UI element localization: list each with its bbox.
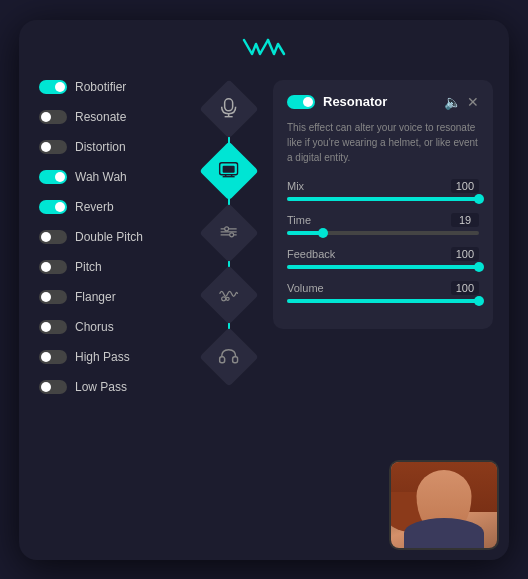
effect-label-pitch: Pitch — [75, 260, 102, 274]
pipeline — [204, 88, 254, 378]
slider-thumb-mix[interactable] — [474, 194, 484, 204]
param-header-feedback: Feedback 100 — [287, 247, 479, 261]
pipeline-segment-headphones — [208, 336, 250, 378]
slider-thumb-feedback[interactable] — [474, 262, 484, 272]
toggle-pitch[interactable] — [39, 260, 67, 274]
face-bg — [391, 462, 497, 548]
pipeline-icon-mic[interactable] — [199, 79, 258, 138]
svg-rect-0 — [225, 98, 233, 110]
param-value-mix: 100 — [451, 179, 479, 193]
param-value-feedback: 100 — [451, 247, 479, 261]
slider-track-mix[interactable] — [287, 197, 479, 201]
params-list: Mix 100 Time 19 Feedback 100 Volume 100 — [287, 179, 479, 303]
pipeline-icon-headphones[interactable] — [199, 327, 258, 386]
pipeline-icon-wave[interactable] — [199, 265, 258, 324]
effect-item-chorus[interactable]: Chorus — [39, 320, 209, 334]
param-value-volume: 100 — [451, 281, 479, 295]
effect-item-distortion[interactable]: Distortion — [39, 140, 209, 154]
effect-label-low-pass: Low Pass — [75, 380, 127, 394]
panel-icons: 🔈 ✕ — [444, 94, 479, 110]
effect-item-high-pass[interactable]: High Pass — [39, 350, 209, 364]
svg-point-10 — [225, 226, 229, 230]
param-label-volume: Volume — [287, 282, 324, 294]
effect-label-chorus: Chorus — [75, 320, 114, 334]
effect-label-distortion: Distortion — [75, 140, 126, 154]
effects-panel: Robotifier Resonate Distortion Wah Wah R… — [39, 80, 209, 540]
toggle-robotifier[interactable] — [39, 80, 67, 94]
slider-fill-volume — [287, 299, 479, 303]
param-row-feedback: Feedback 100 — [287, 247, 479, 269]
effect-label-flanger: Flanger — [75, 290, 116, 304]
svg-point-16 — [227, 297, 230, 300]
slider-thumb-volume[interactable] — [474, 296, 484, 306]
effect-label-double-pitch: Double Pitch — [75, 230, 143, 244]
slider-track-feedback[interactable] — [287, 265, 479, 269]
toggle-reverb[interactable] — [39, 200, 67, 214]
pipeline-segment-eq — [208, 212, 250, 254]
pipeline-segment-wave — [208, 274, 250, 316]
param-value-time: 19 — [451, 213, 479, 227]
app-logo — [240, 36, 288, 64]
effect-label-resonate: Resonate — [75, 110, 126, 124]
toggle-high-pass[interactable] — [39, 350, 67, 364]
effect-label-reverb: Reverb — [75, 200, 114, 214]
effect-label-wah-wah: Wah Wah — [75, 170, 127, 184]
app-container: Robotifier Resonate Distortion Wah Wah R… — [19, 20, 509, 560]
toggle-flanger[interactable] — [39, 290, 67, 304]
svg-rect-18 — [233, 356, 238, 362]
resonator-panel: Resonator 🔈 ✕ This effect can alter your… — [273, 80, 493, 329]
slider-thumb-time[interactable] — [318, 228, 328, 238]
resonator-description: This effect can alter your voice to reso… — [287, 120, 479, 165]
video-preview — [389, 460, 499, 550]
toggle-wah-wah[interactable] — [39, 170, 67, 184]
param-header-volume: Volume 100 — [287, 281, 479, 295]
effect-item-reverb[interactable]: Reverb — [39, 200, 209, 214]
toggle-low-pass[interactable] — [39, 380, 67, 394]
close-icon[interactable]: ✕ — [467, 94, 479, 110]
volume-icon[interactable]: 🔈 — [444, 94, 461, 110]
effect-item-pitch[interactable]: Pitch — [39, 260, 209, 274]
pipeline-icon-screen[interactable] — [199, 141, 258, 200]
toggle-resonate[interactable] — [39, 110, 67, 124]
pipeline-segment-screen — [208, 150, 250, 192]
param-row-time: Time 19 — [287, 213, 479, 235]
effect-label-robotifier: Robotifier — [75, 80, 126, 94]
param-label-time: Time — [287, 214, 311, 226]
slider-track-time[interactable] — [287, 231, 479, 235]
effect-item-resonate[interactable]: Resonate — [39, 110, 209, 124]
face-body — [404, 518, 484, 548]
param-row-volume: Volume 100 — [287, 281, 479, 303]
param-label-feedback: Feedback — [287, 248, 335, 260]
toggle-distortion[interactable] — [39, 140, 67, 154]
param-header-time: Time 19 — [287, 213, 479, 227]
panel-title-group: Resonator — [287, 94, 387, 109]
panel-header: Resonator 🔈 ✕ — [287, 94, 479, 110]
svg-point-13 — [230, 232, 234, 236]
param-row-mix: Mix 100 — [287, 179, 479, 201]
slider-track-volume[interactable] — [287, 299, 479, 303]
effect-item-flanger[interactable]: Flanger — [39, 290, 209, 304]
pipeline-icon-eq[interactable] — [199, 203, 258, 262]
toggle-double-pitch[interactable] — [39, 230, 67, 244]
effect-item-wah-wah[interactable]: Wah Wah — [39, 170, 209, 184]
resonator-title: Resonator — [323, 94, 387, 109]
slider-fill-mix — [287, 197, 479, 201]
pipeline-segment-mic — [208, 88, 250, 130]
param-header-mix: Mix 100 — [287, 179, 479, 193]
param-label-mix: Mix — [287, 180, 304, 192]
toggle-chorus[interactable] — [39, 320, 67, 334]
slider-fill-feedback — [287, 265, 479, 269]
resonator-toggle[interactable] — [287, 95, 315, 109]
effect-label-high-pass: High Pass — [75, 350, 130, 364]
effect-item-low-pass[interactable]: Low Pass — [39, 380, 209, 394]
effect-item-double-pitch[interactable]: Double Pitch — [39, 230, 209, 244]
effect-item-robotifier[interactable]: Robotifier — [39, 80, 209, 94]
svg-rect-17 — [220, 356, 225, 362]
svg-rect-4 — [223, 165, 235, 172]
